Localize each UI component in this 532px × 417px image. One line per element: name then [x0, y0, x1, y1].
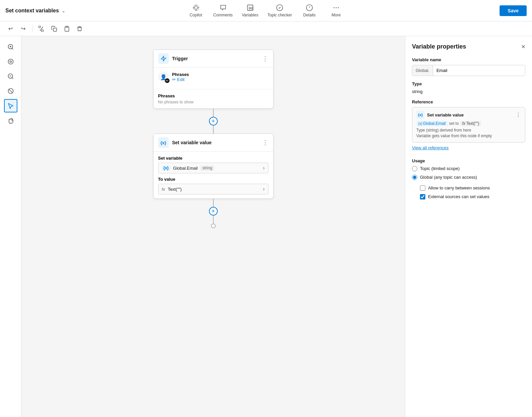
canvas-area: Trigger ⋮ 👤 ✏ Phrases ✏ [21, 36, 405, 417]
trigger-header-left: Trigger [158, 53, 188, 64]
connector-2: + [209, 199, 218, 228]
var-node-body: Set variable {x} Global.Email string › T… [153, 152, 273, 198]
redo-button[interactable]: ↪ [18, 24, 28, 34]
phrases-section-title: Phrases [158, 93, 269, 98]
title-chevron-icon[interactable]: ⌄ [62, 8, 66, 13]
top-bar-left: Set context variables ⌄ [5, 8, 66, 14]
connector-1: + [209, 109, 218, 134]
zoom-out-button[interactable] [4, 70, 17, 83]
var-name-field: Global. [412, 65, 525, 76]
svg-point-12 [8, 59, 13, 64]
var-node-title: Set variable value [172, 140, 212, 145]
copy-button[interactable] [49, 24, 59, 34]
delete-button[interactable] [75, 24, 85, 34]
svg-point-5 [333, 7, 334, 8]
phrases-section: Phrases No phrases to show [153, 89, 273, 108]
top-bar: Set context variables ⌄ Copilot Comments… [0, 0, 532, 21]
nav-bar: Copilot Comments {x} Variables Topic che… [187, 4, 345, 17]
nav-more[interactable]: More [327, 4, 345, 17]
radio-topic-label: Topic (limited scope) [420, 166, 460, 171]
var-name-section-label: Variable name [412, 57, 525, 62]
type-section-label: Type [412, 81, 525, 86]
variables-icon: {x} [246, 4, 254, 11]
phrases-icon: 👤 ✏ [158, 72, 169, 82]
var-prefix: Global. [412, 65, 433, 76]
select-icon [7, 102, 14, 109]
usage-radio-group: Topic (limited scope) Global (any topic … [412, 166, 525, 180]
nav-details[interactable]: Details [300, 4, 319, 17]
radio-topic-input[interactable] [412, 166, 417, 171]
topic-checker-icon [276, 4, 284, 11]
undo-button[interactable]: ↩ [5, 24, 15, 34]
nav-variables[interactable]: {x} Variables [241, 4, 259, 17]
checkbox-external[interactable]: External sources can set values [420, 194, 525, 199]
ref-icon: {x} [416, 111, 424, 119]
ref-menu-button[interactable]: ⋮ [516, 112, 521, 118]
main-layout: Trigger ⋮ 👤 ✏ Phrases ✏ [0, 36, 532, 417]
zoom-out-icon [7, 73, 14, 80]
var-header-left: {x} Set variable value [158, 137, 212, 148]
trigger-node-menu[interactable]: ⋮ [262, 55, 269, 62]
side-toolbar [0, 36, 21, 417]
radio-global[interactable]: Global (any topic can access) [412, 175, 525, 180]
reference-box: {x} Set variable value ⋮ {x} Global.Emai… [412, 107, 525, 143]
radio-topic[interactable]: Topic (limited scope) [412, 166, 525, 171]
to-value-label: To value [158, 177, 269, 182]
hand-tool-button[interactable] [4, 114, 17, 127]
center-view-button[interactable] [4, 55, 17, 68]
set-variable-node[interactable]: {x} Set variable value ⋮ Set variable {x… [153, 134, 274, 199]
add-node-button-2[interactable]: + [209, 207, 218, 216]
comments-icon [219, 4, 227, 11]
no-tool-button[interactable] [4, 84, 17, 98]
connector-line-1 [213, 109, 214, 117]
pencil-icon: ✏ [172, 77, 176, 82]
fx-value: Text("") [168, 187, 260, 192]
var-name-input[interactable] [433, 65, 525, 76]
edit-link[interactable]: ✏ Edit [172, 77, 189, 82]
trigger-node[interactable]: Trigger ⋮ 👤 ✏ Phrases ✏ [153, 50, 274, 109]
nav-topic-checker[interactable]: Topic checker [268, 4, 292, 17]
add-node-button-1[interactable]: + [209, 117, 218, 126]
panel-close-button[interactable]: × [521, 43, 525, 51]
nav-comments[interactable]: Comments [213, 4, 233, 17]
save-button[interactable]: Save [500, 5, 527, 16]
no-tool-icon [7, 88, 14, 94]
paste-button[interactable] [62, 24, 72, 34]
cut-button[interactable] [36, 24, 46, 34]
var-field-type: string [200, 165, 214, 171]
phrases-badge: ✏ [165, 78, 170, 83]
zoom-in-button[interactable] [4, 40, 17, 54]
to-value-section: To value fx Text("") › [158, 177, 269, 194]
var-field-name: Global.Email [173, 166, 198, 171]
zoom-in-icon [7, 44, 14, 50]
edit-toolbar: ↩ ↪ [0, 21, 532, 36]
cut-icon [38, 26, 44, 32]
var-node-menu[interactable]: ⋮ [262, 139, 269, 146]
trigger-node-body: 👤 ✏ Phrases ✏ Edit [153, 68, 273, 89]
page-title: Set context variables [5, 8, 59, 14]
flow-container: Trigger ⋮ 👤 ✏ Phrases ✏ [153, 50, 274, 228]
svg-rect-8 [54, 28, 57, 31]
ref-fx-label: fx Text("") [460, 121, 481, 126]
nav-copilot[interactable]: Copilot [187, 4, 205, 17]
connector-line-2 [213, 126, 214, 134]
phrases-label: Phrases [172, 72, 189, 77]
checkbox-external-input[interactable] [420, 194, 425, 199]
ref-var-label: {x} Global.Email [416, 121, 448, 126]
radio-global-input[interactable] [412, 175, 417, 180]
phrases-row: 👤 ✏ Phrases ✏ Edit [158, 72, 269, 82]
select-tool-button[interactable] [4, 99, 17, 112]
var-node-icon: {x} [158, 137, 169, 148]
fx-field[interactable]: fx Text("") › [158, 184, 269, 194]
ref-detail: {x} Global.Email set to fx Text("") [416, 121, 521, 126]
checkbox-carry[interactable]: Allow to carry between sessions [420, 185, 525, 191]
type-value: string [412, 89, 525, 94]
svg-text:{x}: {x} [248, 6, 253, 9]
var-field[interactable]: {x} Global.Email string › [158, 163, 269, 173]
connector-line-4 [213, 216, 214, 224]
ref-row: {x} Set variable value ⋮ [416, 111, 521, 119]
checkbox-carry-label: Allow to carry between sessions [428, 185, 490, 190]
checkbox-carry-input[interactable] [420, 185, 425, 191]
view-all-references-link[interactable]: View all references [412, 145, 525, 150]
ref-note1: Type (string) derived from here [416, 128, 521, 133]
